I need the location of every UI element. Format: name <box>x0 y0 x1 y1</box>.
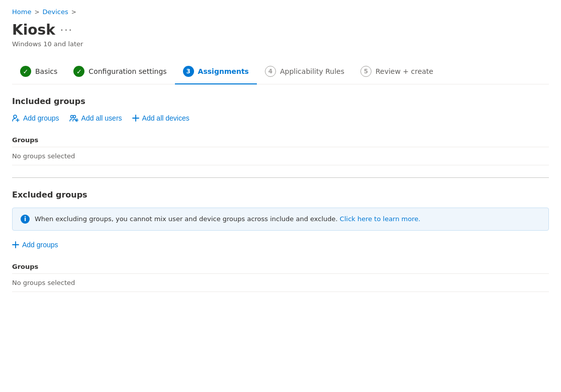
step-2-badge <box>73 66 84 77</box>
excluded-groups-heading: Excluded groups <box>12 190 549 200</box>
info-text: When excluding groups, you cannot mix us… <box>35 214 420 224</box>
included-groups-actions: Add groups Add all users <box>12 114 549 122</box>
step-4-number: 4 <box>268 68 272 75</box>
wizard-step-assignments[interactable]: 3 Assignments <box>175 60 257 84</box>
step-3-number: 3 <box>186 68 190 75</box>
wizard-step-configuration[interactable]: Configuration settings <box>65 60 174 84</box>
step-3-label: Assignments <box>198 67 249 75</box>
excluded-groups-section: Excluded groups i When excluding groups,… <box>12 190 549 292</box>
add-excluded-groups-label: Add groups <box>22 241 58 249</box>
included-groups-column-header: Groups <box>12 132 549 147</box>
info-icon: i <box>21 215 30 224</box>
page-subtitle: Windows 10 and later <box>12 40 549 48</box>
add-all-users-label: Add all users <box>81 114 122 122</box>
step-1-badge <box>20 66 31 77</box>
add-all-devices-button[interactable]: Add all devices <box>132 114 190 122</box>
step-2-label: Configuration settings <box>88 67 166 75</box>
excluded-groups-column-header: Groups <box>12 259 549 274</box>
step-1-label: Basics <box>35 67 57 75</box>
step-4-badge: 4 <box>265 66 276 77</box>
user-add-icon <box>12 114 20 122</box>
included-groups-empty: No groups selected <box>12 147 549 165</box>
plus-excluded-icon <box>12 241 19 248</box>
add-groups-label: Add groups <box>23 114 59 122</box>
breadcrumb-sep-2: > <box>71 9 76 16</box>
excluded-groups-actions: Add groups <box>12 241 549 249</box>
excluded-groups-info-box: i When excluding groups, you cannot mix … <box>12 208 549 231</box>
step-5-label: Review + create <box>376 67 433 75</box>
included-groups-heading: Included groups <box>12 96 549 106</box>
plus-devices-icon <box>132 115 139 122</box>
page-menu-button[interactable]: ··· <box>60 25 73 35</box>
info-learn-more-link[interactable]: Click here to learn more. <box>340 215 421 223</box>
page-title: Kiosk <box>12 22 55 38</box>
add-all-devices-label: Add all devices <box>142 114 190 122</box>
wizard-step-applicability[interactable]: 4 Applicability Rules <box>257 60 352 84</box>
svg-point-0 <box>14 115 17 118</box>
wizard-steps: Basics Configuration settings 3 Assignme… <box>12 60 549 84</box>
included-groups-section: Included groups Add groups <box>12 96 549 165</box>
step-1-check-icon <box>23 68 29 75</box>
add-excluded-groups-button[interactable]: Add groups <box>12 241 58 249</box>
svg-point-4 <box>73 116 75 118</box>
step-5-badge: 5 <box>360 66 371 77</box>
page-title-row: Kiosk ··· <box>12 22 549 38</box>
wizard-step-review[interactable]: 5 Review + create <box>352 60 441 84</box>
step-2-check-icon <box>76 68 82 75</box>
step-5-number: 5 <box>364 68 368 75</box>
breadcrumb: Home > Devices > <box>12 8 549 16</box>
excluded-groups-empty: No groups selected <box>12 274 549 292</box>
breadcrumb-devices[interactable]: Devices <box>42 8 68 16</box>
breadcrumb-home[interactable]: Home <box>12 8 31 16</box>
add-groups-button[interactable]: Add groups <box>12 114 59 122</box>
section-divider <box>12 177 549 178</box>
add-all-users-button[interactable]: Add all users <box>69 114 122 122</box>
step-4-label: Applicability Rules <box>280 67 344 75</box>
step-3-badge: 3 <box>183 66 194 77</box>
wizard-step-basics[interactable]: Basics <box>12 60 65 84</box>
users-add-icon <box>69 114 78 122</box>
breadcrumb-sep-1: > <box>34 9 39 16</box>
info-message: When excluding groups, you cannot mix us… <box>35 215 338 223</box>
